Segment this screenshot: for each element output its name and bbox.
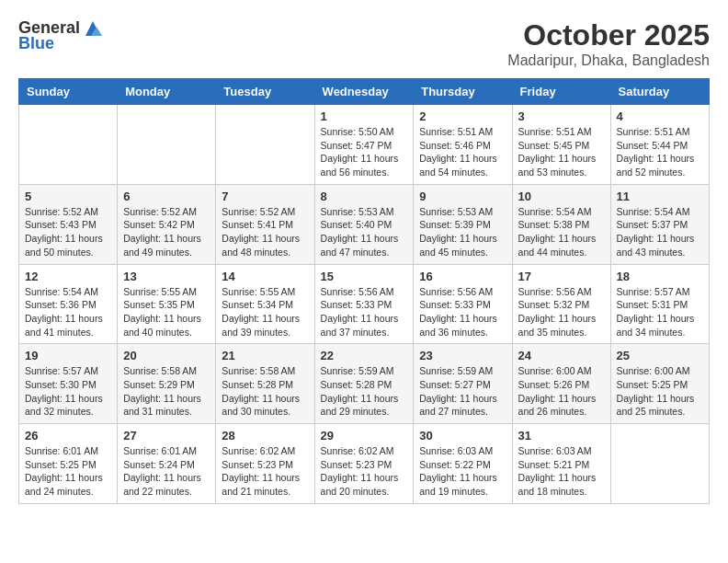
- day-info: Sunrise: 5:51 AM Sunset: 5:44 PM Dayligh…: [617, 125, 703, 179]
- day-info: Sunrise: 5:53 AM Sunset: 5:39 PM Dayligh…: [419, 205, 506, 259]
- calendar-cell: 10Sunrise: 5:54 AM Sunset: 5:38 PM Dayli…: [512, 184, 610, 264]
- calendar-cell: 27Sunrise: 6:01 AM Sunset: 5:24 PM Dayli…: [118, 424, 216, 504]
- day-number: 26: [25, 429, 111, 442]
- calendar-week-row: 1Sunrise: 5:50 AM Sunset: 5:47 PM Daylig…: [19, 105, 710, 185]
- day-info: Sunrise: 5:56 AM Sunset: 5:33 PM Dayligh…: [419, 285, 506, 339]
- calendar-week-row: 12Sunrise: 5:54 AM Sunset: 5:36 PM Dayli…: [19, 264, 710, 344]
- day-number: 3: [518, 109, 605, 123]
- calendar-cell: 3Sunrise: 5:51 AM Sunset: 5:45 PM Daylig…: [512, 105, 610, 185]
- day-info: Sunrise: 6:01 AM Sunset: 5:25 PM Dayligh…: [25, 444, 111, 499]
- day-number: 8: [321, 190, 408, 203]
- calendar-cell: 8Sunrise: 5:53 AM Sunset: 5:40 PM Daylig…: [314, 184, 414, 264]
- calendar-cell: 13Sunrise: 5:55 AM Sunset: 5:35 PM Dayli…: [118, 264, 216, 344]
- day-number: 13: [123, 270, 210, 283]
- day-info: Sunrise: 6:02 AM Sunset: 5:23 PM Dayligh…: [222, 444, 308, 499]
- calendar-cell: 16Sunrise: 5:56 AM Sunset: 5:33 PM Dayli…: [414, 264, 512, 344]
- day-number: 2: [419, 109, 506, 123]
- day-info: Sunrise: 6:00 AM Sunset: 5:25 PM Dayligh…: [617, 364, 703, 419]
- day-info: Sunrise: 5:51 AM Sunset: 5:46 PM Dayligh…: [419, 125, 506, 179]
- calendar-cell: 25Sunrise: 6:00 AM Sunset: 5:25 PM Dayli…: [610, 344, 709, 424]
- logo: General Blue: [18, 18, 104, 53]
- weekday-header-friday: Friday: [512, 79, 610, 105]
- day-info: Sunrise: 5:53 AM Sunset: 5:40 PM Dayligh…: [321, 205, 408, 259]
- calendar-cell: 14Sunrise: 5:55 AM Sunset: 5:34 PM Dayli…: [216, 264, 314, 344]
- day-number: 6: [123, 190, 210, 203]
- day-info: Sunrise: 5:57 AM Sunset: 5:31 PM Dayligh…: [617, 285, 703, 339]
- day-info: Sunrise: 6:03 AM Sunset: 5:21 PM Dayligh…: [518, 444, 605, 499]
- day-number: 23: [419, 349, 506, 362]
- calendar-cell: [216, 105, 314, 185]
- calendar-cell: 19Sunrise: 5:57 AM Sunset: 5:30 PM Dayli…: [19, 344, 118, 424]
- page-header: General Blue October 2025 Madaripur, Dha…: [18, 18, 710, 69]
- day-number: 4: [617, 109, 703, 123]
- calendar-cell: 15Sunrise: 5:56 AM Sunset: 5:33 PM Dayli…: [314, 264, 414, 344]
- calendar-week-row: 19Sunrise: 5:57 AM Sunset: 5:30 PM Dayli…: [19, 344, 710, 424]
- day-number: 18: [617, 270, 703, 283]
- day-info: Sunrise: 5:52 AM Sunset: 5:41 PM Dayligh…: [222, 205, 308, 259]
- day-info: Sunrise: 5:59 AM Sunset: 5:27 PM Dayligh…: [419, 364, 506, 419]
- day-info: Sunrise: 6:01 AM Sunset: 5:24 PM Dayligh…: [123, 444, 210, 499]
- day-number: 27: [123, 429, 210, 442]
- day-info: Sunrise: 5:51 AM Sunset: 5:45 PM Dayligh…: [518, 125, 605, 179]
- calendar-cell: 22Sunrise: 5:59 AM Sunset: 5:28 PM Dayli…: [314, 344, 414, 424]
- calendar-cell: [118, 105, 216, 185]
- calendar-cell: 23Sunrise: 5:59 AM Sunset: 5:27 PM Dayli…: [414, 344, 512, 424]
- calendar-cell: 6Sunrise: 5:52 AM Sunset: 5:42 PM Daylig…: [118, 184, 216, 264]
- calendar-cell: 5Sunrise: 5:52 AM Sunset: 5:43 PM Daylig…: [19, 184, 118, 264]
- calendar-cell: 7Sunrise: 5:52 AM Sunset: 5:41 PM Daylig…: [216, 184, 314, 264]
- calendar-cell: 31Sunrise: 6:03 AM Sunset: 5:21 PM Dayli…: [512, 424, 610, 504]
- day-number: 20: [123, 349, 210, 362]
- day-number: 15: [321, 270, 408, 283]
- calendar-week-row: 26Sunrise: 6:01 AM Sunset: 5:25 PM Dayli…: [19, 424, 710, 504]
- calendar-cell: 24Sunrise: 6:00 AM Sunset: 5:26 PM Dayli…: [512, 344, 610, 424]
- weekday-header-row: SundayMondayTuesdayWednesdayThursdayFrid…: [19, 79, 710, 105]
- weekday-header-saturday: Saturday: [610, 79, 709, 105]
- day-number: 16: [419, 270, 506, 283]
- location-subtitle: Madaripur, Dhaka, Bangladesh: [507, 52, 710, 69]
- calendar-cell: 9Sunrise: 5:53 AM Sunset: 5:39 PM Daylig…: [414, 184, 512, 264]
- weekday-header-sunday: Sunday: [19, 79, 118, 105]
- calendar-cell: 11Sunrise: 5:54 AM Sunset: 5:37 PM Dayli…: [610, 184, 709, 264]
- calendar-cell: [19, 105, 118, 185]
- calendar-table: SundayMondayTuesdayWednesdayThursdayFrid…: [18, 78, 710, 504]
- day-info: Sunrise: 5:56 AM Sunset: 5:33 PM Dayligh…: [321, 285, 408, 339]
- day-info: Sunrise: 6:02 AM Sunset: 5:23 PM Dayligh…: [321, 444, 408, 499]
- day-info: Sunrise: 5:55 AM Sunset: 5:35 PM Dayligh…: [123, 285, 210, 339]
- calendar-cell: 12Sunrise: 5:54 AM Sunset: 5:36 PM Dayli…: [19, 264, 118, 344]
- day-number: 7: [222, 190, 308, 203]
- calendar-cell: 21Sunrise: 5:58 AM Sunset: 5:28 PM Dayli…: [216, 344, 314, 424]
- weekday-header-thursday: Thursday: [414, 79, 512, 105]
- calendar-cell: 1Sunrise: 5:50 AM Sunset: 5:47 PM Daylig…: [314, 105, 414, 185]
- day-number: 25: [617, 349, 703, 362]
- calendar-cell: 17Sunrise: 5:56 AM Sunset: 5:32 PM Dayli…: [512, 264, 610, 344]
- weekday-header-tuesday: Tuesday: [216, 79, 314, 105]
- day-info: Sunrise: 6:00 AM Sunset: 5:26 PM Dayligh…: [518, 364, 605, 419]
- weekday-header-wednesday: Wednesday: [314, 79, 414, 105]
- day-number: 12: [25, 270, 111, 283]
- day-number: 28: [222, 429, 308, 442]
- day-info: Sunrise: 5:59 AM Sunset: 5:28 PM Dayligh…: [321, 364, 408, 419]
- title-section: October 2025 Madaripur, Dhaka, Banglades…: [507, 18, 710, 69]
- day-number: 9: [419, 190, 506, 203]
- day-number: 10: [518, 190, 605, 203]
- day-number: 1: [321, 109, 408, 123]
- calendar-cell: 26Sunrise: 6:01 AM Sunset: 5:25 PM Dayli…: [19, 424, 118, 504]
- day-info: Sunrise: 5:55 AM Sunset: 5:34 PM Dayligh…: [222, 285, 308, 339]
- calendar-cell: 20Sunrise: 5:58 AM Sunset: 5:29 PM Dayli…: [118, 344, 216, 424]
- day-number: 22: [321, 349, 408, 362]
- day-number: 24: [518, 349, 605, 362]
- day-number: 29: [321, 429, 408, 442]
- day-info: Sunrise: 5:50 AM Sunset: 5:47 PM Dayligh…: [321, 125, 408, 179]
- logo-blue-text: Blue: [18, 34, 54, 53]
- day-info: Sunrise: 5:56 AM Sunset: 5:32 PM Dayligh…: [518, 285, 605, 339]
- day-info: Sunrise: 5:52 AM Sunset: 5:42 PM Dayligh…: [123, 205, 210, 259]
- day-info: Sunrise: 5:57 AM Sunset: 5:30 PM Dayligh…: [25, 364, 111, 419]
- calendar-cell: 30Sunrise: 6:03 AM Sunset: 5:22 PM Dayli…: [414, 424, 512, 504]
- calendar-cell: [610, 424, 709, 504]
- day-number: 14: [222, 270, 308, 283]
- calendar-cell: 18Sunrise: 5:57 AM Sunset: 5:31 PM Dayli…: [610, 264, 709, 344]
- logo-icon: [82, 19, 104, 38]
- day-info: Sunrise: 5:58 AM Sunset: 5:29 PM Dayligh…: [123, 364, 210, 419]
- day-info: Sunrise: 6:03 AM Sunset: 5:22 PM Dayligh…: [419, 444, 506, 499]
- day-info: Sunrise: 5:54 AM Sunset: 5:37 PM Dayligh…: [617, 205, 703, 259]
